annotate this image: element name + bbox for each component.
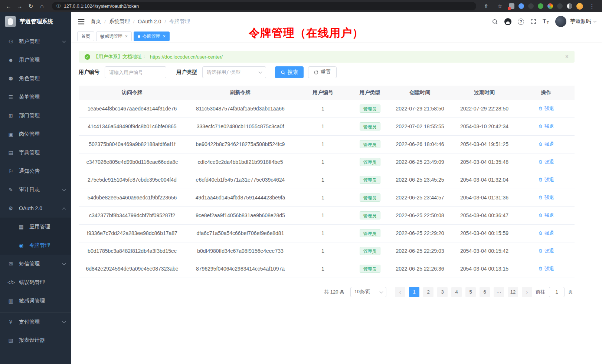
reset-button[interactable]: 重置: [308, 66, 337, 78]
force-logout-button[interactable]: 强退: [538, 159, 554, 165]
extension-icon-5[interactable]: [547, 3, 553, 9]
help-icon[interactable]: ?: [518, 19, 524, 25]
back-icon[interactable]: ←: [4, 1, 13, 11]
access-token-cell: b0d1785bc3a8482f812db4a3f3bd15ec: [79, 242, 186, 260]
sidebar-item-role[interactable]: ⚉ 角色管理: [0, 69, 71, 88]
close-icon[interactable]: ×: [125, 34, 128, 39]
force-logout-button[interactable]: 强退: [538, 141, 554, 148]
breadcrumb-home[interactable]: 首页: [91, 18, 101, 25]
user-type-select[interactable]: 请选择用户类型: [202, 66, 266, 78]
page-button-1[interactable]: 1: [409, 287, 419, 297]
app-logo[interactable]: 芋道管理系统: [0, 12, 71, 31]
alert-close-icon[interactable]: ×: [565, 53, 569, 60]
force-logout-button[interactable]: 强退: [538, 194, 554, 201]
fullscreen-icon[interactable]: [530, 19, 536, 24]
force-logout-button[interactable]: 强退: [538, 123, 554, 130]
menu-fold-icon[interactable]: [78, 19, 85, 24]
refresh-token-cell: b0df4980ffd34c67a08f9156e4eee733: [186, 242, 295, 260]
app-window: 芋道管理系统 ⚇ 租户管理 ☻ 用户管理 ⚉ 角色管理 ☰ 菜单管理 ⊞ 部: [0, 12, 602, 364]
share-icon[interactable]: ⇧: [481, 1, 491, 11]
page-button-5[interactable]: 5: [465, 287, 476, 297]
extension-icon-2[interactable]: [518, 3, 524, 9]
user-id-cell: 1: [295, 242, 351, 260]
page-button-4[interactable]: 4: [451, 287, 462, 297]
extension-icon-1[interactable]: [509, 3, 514, 9]
browser-actions: ⇧ ☆ ⋮: [481, 1, 598, 11]
prev-page-button[interactable]: ‹: [395, 287, 405, 297]
site-info-icon[interactable]: ⓘ: [56, 3, 61, 9]
reload-icon[interactable]: ↻: [26, 1, 36, 11]
sidebar-item-sensitive-word[interactable]: ▥ 敏感词管理: [0, 292, 71, 310]
forward-icon[interactable]: →: [15, 1, 24, 11]
breadcrumb-system[interactable]: 系统管理: [109, 18, 130, 25]
sidebar-item-menu[interactable]: ☰ 菜单管理: [0, 88, 71, 106]
extension-icon-6[interactable]: [557, 3, 563, 9]
sidebar-item-sms[interactable]: ✉ 短信管理: [0, 255, 71, 273]
sidebar-item-report-designer[interactable]: ▧ 报表设计器: [0, 331, 71, 350]
page-button-6[interactable]: 6: [480, 287, 490, 297]
bookmark-star-icon[interactable]: ☆: [495, 1, 505, 11]
github-icon[interactable]: [504, 18, 511, 25]
tab-token-manage[interactable]: 令牌管理 ×: [134, 32, 170, 41]
sidebar-item-error-code[interactable]: </> 错误码管理: [0, 273, 71, 292]
sidebar-item-dept[interactable]: ⊞ 部门管理: [0, 106, 71, 125]
user-type-cell: 管理员: [351, 260, 389, 278]
extension-icon-4[interactable]: [538, 3, 543, 9]
force-logout-button[interactable]: 强退: [538, 176, 554, 183]
sidebar-item-pay[interactable]: ¥ 支付管理: [0, 312, 71, 331]
sidebar-item-user[interactable]: ☻ 用户管理: [0, 51, 71, 69]
create-time-cell: 2022-06-25 23:49:09: [389, 153, 451, 171]
extension-icon-3[interactable]: [528, 3, 534, 9]
sidebar-item-audit-log[interactable]: ✎ 审计日志: [0, 181, 71, 199]
page-button-2[interactable]: 2: [423, 287, 433, 297]
next-page-button[interactable]: ›: [522, 287, 532, 297]
force-logout-button[interactable]: 强退: [538, 248, 554, 254]
home-icon[interactable]: ⌂: [37, 1, 47, 11]
goto-page-input[interactable]: [549, 287, 565, 297]
force-logout-button[interactable]: 强退: [538, 265, 554, 272]
post-icon: ▣: [7, 131, 14, 137]
sidebar-item-post[interactable]: ▣ 岗位管理: [0, 125, 71, 143]
page-button-12[interactable]: 12: [508, 287, 518, 297]
pagination: 共 120 条 10条/页 ‹ 1 2 3 4 5 6 ··· 12 › 前往 …: [79, 287, 575, 297]
search-button[interactable]: 搜索: [275, 66, 304, 78]
sidebar-item-oauth[interactable]: ⚙ OAuth 2.0: [0, 199, 71, 218]
refresh-token-cell: 333ecfc71e02480cb11055c875c3ca0f: [186, 118, 295, 135]
tab-sensitive-word[interactable]: 敏感词管理 ×: [96, 32, 132, 41]
sidebar-item-app-manage[interactable]: ▦ 应用管理: [0, 218, 71, 236]
token-table: 访问令牌 刷新令牌 用户编号 用户类型 创建时间 过期时间 操作 1ea5e44…: [79, 86, 575, 278]
font-size-icon[interactable]: TT: [543, 18, 549, 25]
user-type-label: 用户类型: [176, 69, 197, 76]
browser-profile-avatar[interactable]: [576, 3, 583, 10]
page-size-select[interactable]: 10条/页: [350, 287, 386, 297]
close-icon[interactable]: ×: [163, 34, 166, 39]
expire-time-cell: 2054-03-04 00:36:47: [451, 206, 518, 224]
user-type-cell: 管理员: [351, 171, 389, 189]
extension-icon-7[interactable]: [567, 3, 572, 9]
search-icon[interactable]: [492, 19, 498, 25]
force-logout-button[interactable]: 强退: [538, 230, 554, 236]
doc-alert: ✓ 【用户体系】文档地址： https://doc.iocoder.cn/use…: [79, 51, 575, 63]
sidebar-item-token-manage[interactable]: ◉ 令牌管理: [0, 236, 71, 255]
force-logout-button[interactable]: 强退: [538, 105, 554, 112]
user-avatar[interactable]: [555, 16, 566, 27]
user-id-input[interactable]: [105, 66, 166, 78]
top-navbar: 首页 / 系统管理 / OAuth 2.0 / 令牌管理 ? TT: [71, 12, 602, 31]
doc-link[interactable]: https://doc.iocoder.cn/user-center/: [150, 54, 223, 60]
col-user-id: 用户编号: [295, 86, 351, 100]
address-bar[interactable]: ⓘ 127.0.0.1:1024/system/oauth2/token: [52, 2, 476, 10]
chevron-down-icon: [62, 262, 66, 265]
sidebar-item-tenant[interactable]: ⚇ 租户管理: [0, 32, 71, 51]
username[interactable]: 芋道源码: [570, 18, 591, 25]
tab-home[interactable]: 首页: [77, 32, 94, 41]
browser-menu-icon[interactable]: ⋮: [587, 1, 597, 11]
sidebar-item-dict[interactable]: ▤ 字典管理: [0, 143, 71, 162]
create-time-cell: 2022-06-26 18:04:46: [389, 135, 451, 153]
sidebar-item-notice[interactable]: ⚐ 通知公告: [0, 162, 71, 181]
breadcrumb-oauth[interactable]: OAuth 2.0: [138, 19, 161, 24]
force-logout-button[interactable]: 强退: [538, 212, 554, 219]
expire-time-cell: 2022-07-29 22:28:50: [451, 100, 518, 118]
page-button-3[interactable]: 3: [437, 287, 448, 297]
action-cell: 强退: [518, 260, 575, 278]
more-pages-button[interactable]: ···: [494, 287, 504, 297]
